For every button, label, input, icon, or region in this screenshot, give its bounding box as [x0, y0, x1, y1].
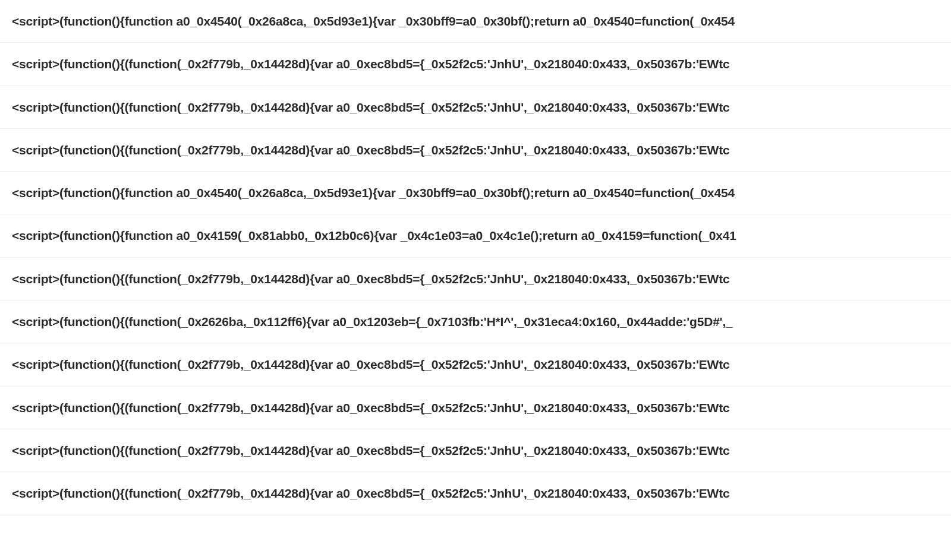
code-row[interactable]: <script>(function(){function a0_0x4540(_…: [0, 0, 951, 43]
code-row[interactable]: <script>(function(){function a0_0x4540(_…: [0, 172, 951, 214]
code-row[interactable]: <script>(function(){(function(_0x2f779b,…: [0, 387, 951, 429]
code-row[interactable]: <script>(function(){(function(_0x2626ba,…: [0, 300, 951, 343]
code-row[interactable]: <script>(function(){(function(_0x2f779b,…: [0, 472, 951, 515]
code-listing: <script>(function(){function a0_0x4540(_…: [0, 0, 951, 515]
code-row[interactable]: <script>(function(){(function(_0x2f779b,…: [0, 43, 951, 86]
code-row[interactable]: <script>(function(){(function(_0x2f779b,…: [0, 343, 951, 386]
code-row[interactable]: <script>(function(){(function(_0x2f779b,…: [0, 429, 951, 472]
code-row[interactable]: <script>(function(){(function(_0x2f779b,…: [0, 258, 951, 300]
code-row[interactable]: <script>(function(){(function(_0x2f779b,…: [0, 129, 951, 172]
code-row[interactable]: <script>(function(){(function(_0x2f779b,…: [0, 86, 951, 129]
code-row[interactable]: <script>(function(){function a0_0x4159(_…: [0, 214, 951, 257]
